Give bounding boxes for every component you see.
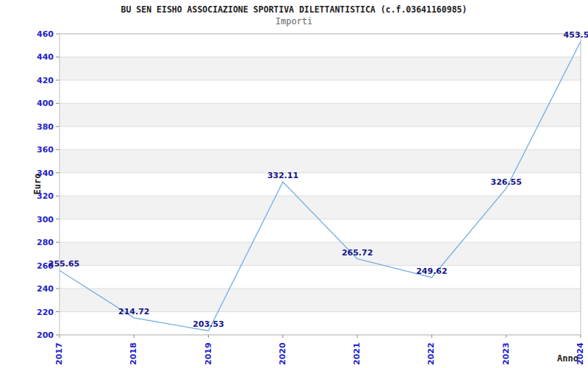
data-point-label: 326.55 (490, 177, 521, 187)
plot-band (60, 80, 581, 103)
data-point-label: 265.72 (342, 248, 373, 258)
data-point-label: 214.72 (118, 307, 149, 316)
y-tick-label: 220 (37, 308, 54, 317)
x-tick-label: 2022 (426, 342, 436, 365)
plot-band (60, 196, 581, 219)
plot-band (60, 266, 581, 289)
data-point-label: 453.5 (564, 30, 588, 40)
data-point-label: 203.53 (193, 319, 223, 329)
plot-band (60, 219, 581, 242)
plot-band (60, 57, 581, 79)
x-axis-title: Anno (557, 353, 578, 364)
y-tick-label: 440 (37, 52, 54, 62)
plot-band (60, 242, 581, 265)
y-tick-label: 360 (37, 145, 54, 155)
data-point-label: 249.62 (416, 266, 447, 276)
line-chart: 2002202402602803003203403603804004204404… (0, 0, 588, 368)
plot-band (60, 34, 581, 57)
x-tick-label: 2023 (501, 342, 511, 365)
chart-canvas: BU SEN EISHO ASSOCIAZIONE SPORTIVA DILET… (0, 0, 588, 368)
data-point-label: 332.11 (268, 171, 298, 180)
y-tick-label: 420 (37, 76, 54, 85)
y-tick-label: 200 (37, 330, 54, 340)
y-tick-label: 400 (37, 99, 54, 108)
y-tick-label: 460 (37, 29, 54, 39)
x-tick-label: 2021 (352, 342, 362, 365)
plot-band (60, 103, 581, 126)
y-axis-title: Euro (32, 162, 43, 206)
y-tick-label: 240 (37, 284, 54, 294)
y-tick-label: 300 (37, 215, 54, 224)
x-tick-label: 2018 (129, 342, 138, 365)
y-tick-label: 280 (37, 238, 54, 247)
x-tick-label: 2019 (204, 342, 213, 365)
x-tick-label: 2017 (54, 342, 64, 365)
x-tick-label: 2020 (278, 342, 287, 365)
plot-band (60, 149, 581, 172)
data-point-label: 255.65 (49, 259, 79, 269)
y-tick-label: 380 (37, 122, 54, 132)
plot-band (60, 127, 581, 149)
